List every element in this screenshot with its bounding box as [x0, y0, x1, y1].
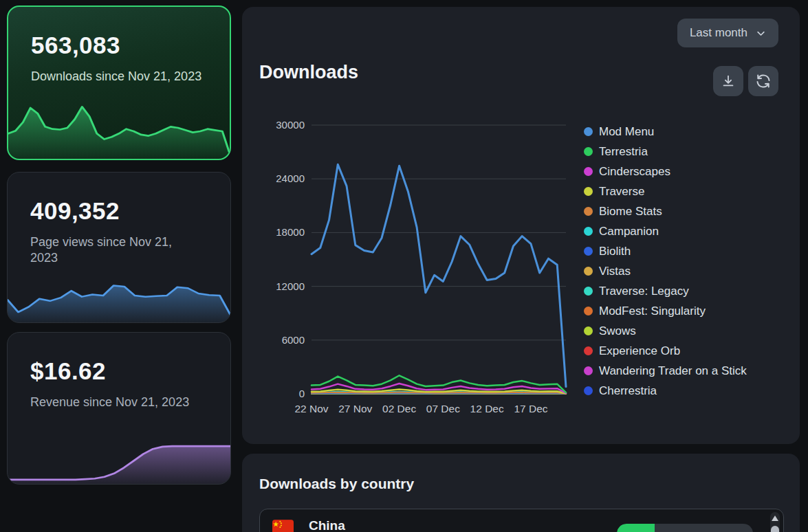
- svg-text:17 Dec: 17 Dec: [514, 403, 547, 414]
- legend-item[interactable]: Traverse: Legacy: [584, 281, 747, 301]
- svg-text:12000: 12000: [276, 280, 305, 292]
- legend-dot-icon: [584, 326, 593, 335]
- legend-dot-icon: [584, 147, 593, 156]
- legend-dot-icon: [584, 127, 593, 136]
- legend-label: Campanion: [599, 225, 659, 239]
- legend-label: ModFest: Singularity: [599, 304, 706, 318]
- china-flag-icon: [272, 520, 294, 532]
- legend-item[interactable]: Swows: [584, 321, 747, 341]
- svg-text:07 Dec: 07 Dec: [426, 403, 460, 414]
- legend-label: Cinderscapes: [599, 165, 670, 179]
- legend-dot-icon: [584, 227, 593, 236]
- svg-text:6000: 6000: [282, 334, 305, 346]
- legend-dot-icon: [584, 167, 593, 176]
- legend-dot-icon: [584, 366, 593, 375]
- stat-card-downloads[interactable]: 563,083 Downloads since Nov 21, 2023: [7, 5, 231, 160]
- legend-item[interactable]: Biolith: [584, 241, 747, 261]
- scrollbar-thumb[interactable]: [771, 526, 779, 532]
- legend-label: Cherrestria: [599, 384, 657, 398]
- pageviews-total: 409,352: [30, 197, 120, 225]
- chart-legend: Mod MenuTerrestriaCinderscapesTraverseBi…: [584, 122, 747, 401]
- pageviews-total-label: Page views since Nov 21, 2023: [30, 234, 202, 267]
- legend-item[interactable]: Mod Menu: [584, 122, 747, 142]
- legend-label: Experience Orb: [599, 344, 680, 358]
- legend-item[interactable]: Terrestria: [584, 142, 747, 162]
- svg-text:18000: 18000: [276, 226, 305, 238]
- legend-label: Vistas: [599, 265, 631, 278]
- downloads-total: 563,083: [31, 32, 120, 59]
- svg-text:24000: 24000: [276, 173, 305, 184]
- legend-label: Traverse: Legacy: [599, 285, 689, 298]
- svg-text:0: 0: [299, 388, 305, 399]
- download-icon: [721, 74, 736, 89]
- svg-text:27 Nov: 27 Nov: [338, 403, 372, 414]
- svg-text:22 Nov: 22 Nov: [294, 403, 328, 414]
- legend-label: Swows: [599, 324, 636, 338]
- country-list-scrollbar[interactable]: [770, 512, 780, 532]
- panel-title: Downloads: [259, 62, 358, 83]
- legend-dot-icon: [584, 287, 593, 296]
- legend-item[interactable]: Traverse: [584, 181, 747, 201]
- legend-dot-icon: [584, 187, 593, 196]
- country-list: China: [259, 509, 784, 532]
- time-range-value: Last month: [690, 26, 747, 40]
- legend-item[interactable]: Wandering Trader on a Stick: [584, 361, 747, 381]
- svg-text:02 Dec: 02 Dec: [382, 403, 416, 414]
- legend-label: Mod Menu: [599, 125, 654, 139]
- downloads-line-chart: 060001200018000240003000022 Nov27 Nov02 …: [259, 117, 576, 423]
- downloads-sparkline: [8, 97, 230, 159]
- legend-item[interactable]: Cherrestria: [584, 381, 747, 401]
- refresh-icon: [755, 73, 772, 89]
- scroll-up-arrow-icon[interactable]: [772, 516, 778, 521]
- legend-label: Wandering Trader on a Stick: [599, 364, 747, 378]
- downloads-panel: Last month Downloads 0600012000180002400…: [242, 7, 800, 444]
- legend-item[interactable]: Vistas: [584, 261, 747, 281]
- legend-item[interactable]: Campanion: [584, 221, 747, 241]
- svg-text:12 Dec: 12 Dec: [470, 403, 504, 414]
- chevron-down-icon: [756, 28, 766, 38]
- country-row-china: China: [260, 509, 783, 532]
- refresh-button[interactable]: [748, 66, 778, 96]
- export-button[interactable]: [713, 66, 743, 96]
- downloads-total-label: Downloads since Nov 21, 2023: [31, 69, 203, 85]
- legend-item[interactable]: ModFest: Singularity: [584, 301, 747, 321]
- legend-item[interactable]: Experience Orb: [584, 341, 747, 361]
- legend-item[interactable]: Biome Stats: [584, 201, 747, 221]
- legend-item[interactable]: Cinderscapes: [584, 162, 747, 181]
- stat-card-pageviews[interactable]: 409,352 Page views since Nov 21, 2023: [7, 172, 231, 323]
- stat-card-revenue[interactable]: $16.62 Revenue since Nov 21, 2023: [7, 332, 231, 485]
- time-range-dropdown[interactable]: Last month: [677, 19, 778, 47]
- legend-label: Traverse: [599, 185, 644, 199]
- legend-dot-icon: [584, 247, 593, 256]
- country-bar-track: [617, 524, 753, 532]
- legend-dot-icon: [584, 386, 593, 395]
- revenue-total-label: Revenue since Nov 21, 2023: [30, 395, 202, 410]
- revenue-sparkline: [8, 422, 230, 484]
- pageviews-sparkline: [8, 265, 230, 322]
- country-name: China: [309, 518, 345, 532]
- country-bar-fill: [617, 524, 655, 532]
- country-section-title: Downloads by country: [259, 476, 414, 492]
- legend-label: Biome Stats: [599, 205, 662, 219]
- legend-dot-icon: [584, 267, 593, 276]
- legend-label: Biolith: [599, 245, 631, 258]
- revenue-total: $16.62: [30, 357, 106, 385]
- svg-text:30000: 30000: [276, 119, 305, 131]
- legend-dot-icon: [584, 207, 593, 216]
- downloads-by-country-panel: Downloads by country China: [242, 454, 800, 532]
- legend-dot-icon: [584, 346, 593, 355]
- legend-label: Terrestria: [599, 145, 648, 159]
- legend-dot-icon: [584, 307, 593, 315]
